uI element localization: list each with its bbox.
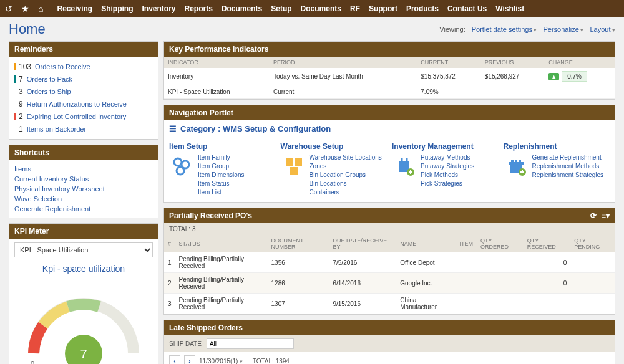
- reminder-item[interactable]: 3Orders to Ship: [14, 85, 153, 98]
- svg-rect-7: [290, 167, 298, 175]
- svg-rect-12: [515, 160, 517, 165]
- nav-products[interactable]: Products: [406, 4, 439, 13]
- topbar-nav: ReceivingShippingInventoryReportsDocumen…: [57, 4, 524, 13]
- nav-link[interactable]: Pick Strategies: [421, 180, 474, 188]
- nav-link[interactable]: Putaway Methods: [421, 153, 474, 162]
- kpi-row[interactable]: KPI - Space UtilizationCurrent7.09%: [164, 85, 615, 99]
- nav-link[interactable]: Pick Methods: [421, 171, 474, 180]
- reminder-item[interactable]: 7Orders to Pack: [14, 73, 153, 85]
- nav-link[interactable]: Containers: [310, 188, 382, 197]
- nav-contact-us[interactable]: Contact Us: [447, 4, 487, 13]
- pager-date[interactable]: 11/30/2015(1): [199, 358, 243, 365]
- nav-col-head[interactable]: Item Setup: [169, 142, 276, 151]
- nav-link[interactable]: Item Status: [198, 180, 244, 188]
- nav-support[interactable]: Support: [369, 4, 397, 13]
- nav-col-icon: [504, 153, 529, 178]
- kpi-table: INDICATORPERIODCURRENTPREVIOUSCHANGEInve…: [164, 57, 615, 99]
- nav-link[interactable]: Replenishment Strategies: [532, 171, 604, 180]
- nav-wishlist[interactable]: Wishlist: [495, 4, 524, 13]
- table-row[interactable]: 2Pending Billing/Partially Received12866…: [164, 273, 615, 294]
- reminder-item[interactable]: 103Orders to Receive: [14, 60, 153, 73]
- home-icon[interactable]: ⌂: [38, 4, 43, 14]
- shortcut-link[interactable]: Current Inventory Status: [14, 174, 153, 184]
- menu-icon[interactable]: ≡▾: [602, 211, 610, 220]
- reminder-item[interactable]: 9Return Authorizations to Receive: [14, 98, 153, 110]
- pager-next[interactable]: ›: [184, 355, 195, 364]
- page-header: Home Viewing: Portlet date settings Pers…: [0, 17, 624, 41]
- late-header: Late Shipped Orders: [164, 320, 615, 335]
- nav-documents[interactable]: Documents: [301, 4, 341, 13]
- reminder-link[interactable]: Orders to Ship: [27, 88, 71, 95]
- reminder-item[interactable]: 2Expiring Lot Controlled Inventory: [14, 110, 153, 123]
- reminder-bar: [14, 113, 16, 120]
- shortcut-link[interactable]: Generate Replenishment: [14, 204, 153, 214]
- nav-documents[interactable]: Documents: [222, 4, 262, 13]
- nav-col-head[interactable]: Warehouse Setup: [281, 142, 388, 151]
- pager-prev[interactable]: ‹: [169, 355, 180, 364]
- nav-link[interactable]: Item List: [198, 188, 244, 197]
- nav-shipping[interactable]: Shipping: [101, 4, 133, 13]
- nav-col-head[interactable]: Inventory Management: [392, 142, 499, 151]
- table-row[interactable]: 1Pending Billing/Partially Received13567…: [164, 252, 615, 273]
- nav-setup[interactable]: Setup: [271, 4, 291, 13]
- viewing-label: Viewing:: [439, 26, 465, 33]
- pager: ‹ › 11/30/2015(1) TOTAL: 1394: [164, 352, 615, 364]
- reminder-link[interactable]: Return Authorizations to Receive: [27, 100, 127, 108]
- nav-link[interactable]: Putaway Strategies: [421, 162, 474, 171]
- nav-link[interactable]: Generate Replenishment: [532, 153, 604, 162]
- shortcut-link[interactable]: Wave Selection: [14, 194, 153, 204]
- shortcut-link[interactable]: Physical Inventory Worksheet: [14, 184, 153, 194]
- po-panel: Partially Received PO's ⟳ ≡▾ TOTAL: 3 #S…: [163, 208, 615, 315]
- nav-portlet: Navigation Portlet ☰ Category : WMS Setu…: [163, 105, 615, 203]
- reminder-link[interactable]: Expiring Lot Controlled Inventory: [27, 113, 127, 120]
- nav-link[interactable]: Replenishment Methods: [532, 162, 604, 171]
- nav-link[interactable]: Item Family: [198, 153, 244, 162]
- kpi-header: Key Performance Indicators: [164, 42, 615, 57]
- nav-rf[interactable]: RF: [350, 4, 360, 13]
- reminder-link[interactable]: Items on Backorder: [27, 125, 86, 133]
- reminder-bar: [14, 125, 16, 133]
- nav-link[interactable]: Bin Locations: [310, 180, 382, 188]
- list-icon: ☰: [169, 124, 177, 133]
- portlet-date-settings-link[interactable]: Portlet date settings: [472, 26, 537, 33]
- ship-date-input[interactable]: [207, 338, 294, 349]
- header-actions: Viewing: Portlet date settings Personali…: [439, 26, 615, 33]
- svg-point-4: [177, 167, 184, 175]
- nav-col-icon: [169, 153, 194, 178]
- nav-receiving[interactable]: Receiving: [57, 4, 92, 13]
- nav-link[interactable]: Item Dimensions: [198, 171, 244, 180]
- gauge-svg: 7 0: [18, 279, 149, 364]
- svg-rect-6: [295, 158, 302, 166]
- nav-link[interactable]: Warehouse Site Locations: [310, 153, 382, 162]
- reminder-link[interactable]: Orders to Pack: [27, 75, 72, 83]
- layout-link[interactable]: Layout: [590, 26, 615, 33]
- shortcut-link[interactable]: Items: [14, 164, 153, 174]
- reminder-bar: [14, 75, 16, 83]
- kpi-row[interactable]: InventoryToday vs. Same Day Last Month$1…: [164, 68, 615, 85]
- gauge-value: 7: [80, 347, 87, 361]
- po-header: Partially Received PO's ⟳ ≡▾: [164, 208, 615, 223]
- star-icon[interactable]: ★: [21, 4, 29, 14]
- nav-col: ReplenishmentGenerate ReplenishmentReple…: [504, 142, 610, 197]
- reminders-header: Reminders: [9, 42, 158, 57]
- nav-col-head[interactable]: Replenishment: [504, 142, 610, 151]
- nav-link[interactable]: Item Group: [198, 162, 244, 171]
- shortcuts-header: Shortcuts: [9, 145, 158, 160]
- nav-link[interactable]: Bin Location Groups: [310, 171, 382, 180]
- reminder-item[interactable]: 1Items on Backorder: [14, 123, 153, 135]
- nav-col: Item SetupItem FamilyItem GroupItem Dime…: [169, 142, 276, 197]
- refresh-icon[interactable]: ⟳: [590, 211, 597, 220]
- nav-inventory[interactable]: Inventory: [142, 4, 176, 13]
- nav-col-icon: [281, 153, 306, 178]
- reminder-link[interactable]: Orders to Receive: [35, 63, 90, 70]
- history-icon[interactable]: ↺: [5, 4, 12, 14]
- kpi-select[interactable]: KPI - Space Utilization: [14, 242, 153, 257]
- nav-link[interactable]: Zones: [310, 162, 382, 171]
- nav-reports[interactable]: Reports: [185, 4, 213, 13]
- page-title: Home: [9, 21, 46, 37]
- nav-col: Inventory ManagementPutaway MethodsPutaw…: [392, 142, 499, 197]
- personalize-link[interactable]: Personalize: [543, 26, 583, 33]
- po-total: TOTAL: 3: [164, 223, 615, 235]
- table-row[interactable]: 3Pending Billing/Partially Received13079…: [164, 294, 615, 314]
- nav-category[interactable]: ☰ Category : WMS Setup & Configuration: [164, 120, 615, 137]
